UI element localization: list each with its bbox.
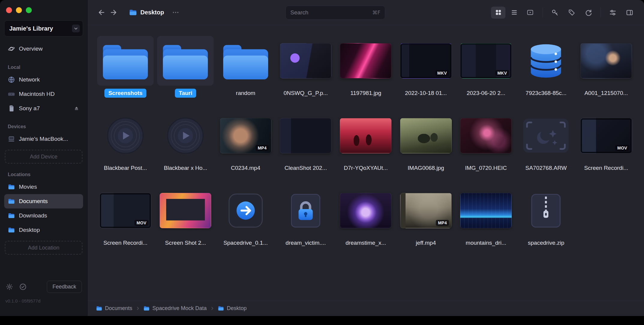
toolbar-tools bbox=[548, 7, 595, 19]
search-box[interactable]: ⌘F bbox=[286, 6, 385, 19]
topbar: Desktop ⌘F bbox=[88, 0, 644, 25]
image-thumbnail bbox=[460, 193, 512, 228]
sidebar-item-movies[interactable]: Movies bbox=[4, 180, 83, 194]
eject-icon[interactable] bbox=[73, 105, 79, 111]
file-name: D7r-YQoXYAUt... bbox=[340, 164, 391, 173]
sidebar-item-jamie-s-macbook[interactable]: Jamie's MacBook... bbox=[4, 132, 83, 146]
file-thumbnail-area bbox=[277, 111, 334, 161]
file-item[interactable]: spacedrive.zip bbox=[516, 186, 576, 247]
file-item[interactable]: random bbox=[216, 36, 276, 98]
file-item[interactable]: MP4jeff.mp4 bbox=[396, 186, 456, 247]
image-thumbnail bbox=[340, 43, 391, 78]
sidebar-item-network[interactable]: Network bbox=[4, 72, 83, 87]
image-thumbnail bbox=[280, 43, 331, 78]
key-manager-button[interactable] bbox=[548, 7, 562, 19]
job-status-icon[interactable] bbox=[19, 283, 27, 291]
image-thumbnail bbox=[280, 118, 331, 153]
image-thumbnail bbox=[460, 118, 512, 153]
folder-small-icon bbox=[96, 305, 102, 312]
file-item[interactable]: dream_victim.... bbox=[276, 186, 336, 247]
file-item[interactable]: dreamstime_x... bbox=[336, 186, 396, 247]
file-item[interactable]: MOVScreen Recordi... bbox=[95, 186, 155, 247]
file-item[interactable]: Tauri bbox=[155, 36, 215, 98]
add-location-button[interactable]: Add Location bbox=[5, 241, 82, 255]
feedback-button[interactable]: Feedback bbox=[47, 281, 82, 293]
file-item[interactable]: MKV2022-10-18 01... bbox=[396, 36, 456, 98]
video-format-badge: MOV bbox=[134, 220, 148, 226]
minimize-button[interactable] bbox=[16, 7, 22, 13]
file-item[interactable]: 1197981.jpg bbox=[336, 36, 396, 98]
back-button[interactable] bbox=[95, 7, 107, 19]
grid-view-button[interactable] bbox=[491, 7, 505, 19]
display-options-button[interactable] bbox=[606, 7, 619, 19]
search-input[interactable] bbox=[290, 9, 370, 16]
sidebar-item-documents[interactable]: Documents bbox=[4, 194, 83, 208]
file-item[interactable]: Screenshots bbox=[95, 36, 155, 98]
sidebar-item-label: Documents bbox=[19, 198, 48, 205]
file-item[interactable]: CleanShot 202... bbox=[276, 111, 336, 173]
file-thumbnail-area bbox=[157, 36, 214, 86]
file-item[interactable]: MP4C0234.mp4 bbox=[216, 111, 276, 173]
sidebar-item-macintosh-hd[interactable]: Macintosh HD bbox=[4, 87, 83, 101]
sidebar-footer: Feedback v0.1.0 - 05f9577d bbox=[4, 281, 83, 316]
zoom-button[interactable] bbox=[26, 7, 32, 13]
file-item[interactable]: D7r-YQoXYAUt... bbox=[336, 111, 396, 173]
file-name: IMG_0720.HEIC bbox=[461, 164, 511, 173]
library-selector[interactable]: Jamie's Library bbox=[4, 20, 83, 37]
sidebar-item-desktop[interactable]: Desktop bbox=[4, 223, 83, 237]
file-item[interactable]: A001_1215070... bbox=[576, 36, 636, 98]
folder-small-icon bbox=[8, 183, 15, 191]
file-item[interactable]: 7923c368-85c... bbox=[516, 36, 576, 98]
gear-icon[interactable] bbox=[5, 283, 13, 291]
folder-small-icon bbox=[8, 198, 15, 205]
ellipsis-icon[interactable] bbox=[172, 8, 180, 16]
desktop-background bbox=[0, 316, 644, 325]
spacedrive-window: Jamie's Library Overview LocalNetworkMac… bbox=[0, 0, 644, 316]
file-item[interactable]: SA702768.ARW bbox=[516, 111, 576, 173]
file-name: mountains_dri... bbox=[462, 238, 510, 247]
breadcrumb-segment[interactable]: Spacedrive Mock Data bbox=[143, 305, 207, 312]
file-thumbnail-area bbox=[458, 186, 514, 235]
image-thumbnail bbox=[580, 43, 632, 78]
file-name: 1197981.jpg bbox=[346, 89, 385, 98]
breadcrumb-segment[interactable]: Desktop bbox=[218, 305, 247, 312]
forward-button[interactable] bbox=[107, 7, 119, 19]
image-thumbnail bbox=[340, 193, 391, 228]
folder-icon bbox=[129, 8, 137, 16]
redo-button[interactable] bbox=[582, 7, 595, 19]
file-item[interactable]: MOVScreen Recordi... bbox=[576, 111, 636, 173]
version-label: v0.1.0 - 05f9577d bbox=[5, 298, 82, 303]
sidebar: Jamie's Library Overview LocalNetworkMac… bbox=[0, 0, 88, 316]
inspector-toggle-button[interactable] bbox=[623, 7, 636, 19]
file-item[interactable]: mountains_dri... bbox=[456, 186, 516, 247]
sidebar-item-label: Downloads bbox=[19, 212, 47, 219]
file-item[interactable]: Screen Shot 2... bbox=[155, 186, 215, 247]
media-view-button[interactable] bbox=[523, 7, 537, 19]
app-install-icon bbox=[228, 193, 263, 228]
file-name: Screen Recordi... bbox=[100, 238, 151, 247]
sdcard-icon bbox=[8, 105, 15, 112]
sidebar-item-overview[interactable]: Overview bbox=[4, 41, 83, 56]
toolbar-right-tools bbox=[606, 7, 636, 19]
sidebar-item-downloads[interactable]: Downloads bbox=[4, 208, 83, 223]
breadcrumb-segment[interactable]: Documents bbox=[96, 305, 132, 312]
file-item[interactable]: Spacedrive_0.1... bbox=[216, 186, 276, 247]
video-format-badge: MP4 bbox=[436, 220, 449, 226]
add-device-button[interactable]: Add Device bbox=[5, 150, 82, 164]
file-item[interactable]: Blackbear x Ho... bbox=[155, 111, 215, 173]
file-thumbnail-area bbox=[398, 111, 454, 161]
list-view-button[interactable] bbox=[507, 7, 521, 19]
file-item[interactable]: 0NSWQ_G_P.p... bbox=[276, 36, 336, 98]
file-name: Spacedrive_0.1... bbox=[220, 238, 272, 247]
file-item[interactable]: IMG_0720.HEIC bbox=[456, 111, 516, 173]
file-item[interactable]: Blackbear Post... bbox=[95, 111, 155, 173]
file-item[interactable]: IMAG0068.jpg bbox=[396, 111, 456, 173]
tag-button[interactable] bbox=[565, 7, 578, 19]
sidebar-item-sony-a7[interactable]: Sony a7 bbox=[4, 101, 83, 116]
file-name: spacedrive.zip bbox=[524, 238, 568, 247]
file-item[interactable]: MKV2023-06-20 2... bbox=[456, 36, 516, 98]
file-name: 0NSWQ_G_P.p... bbox=[280, 89, 332, 98]
file-name: IMAG0068.jpg bbox=[404, 164, 448, 173]
close-button[interactable] bbox=[6, 7, 12, 13]
file-thumbnail-area bbox=[337, 36, 394, 86]
